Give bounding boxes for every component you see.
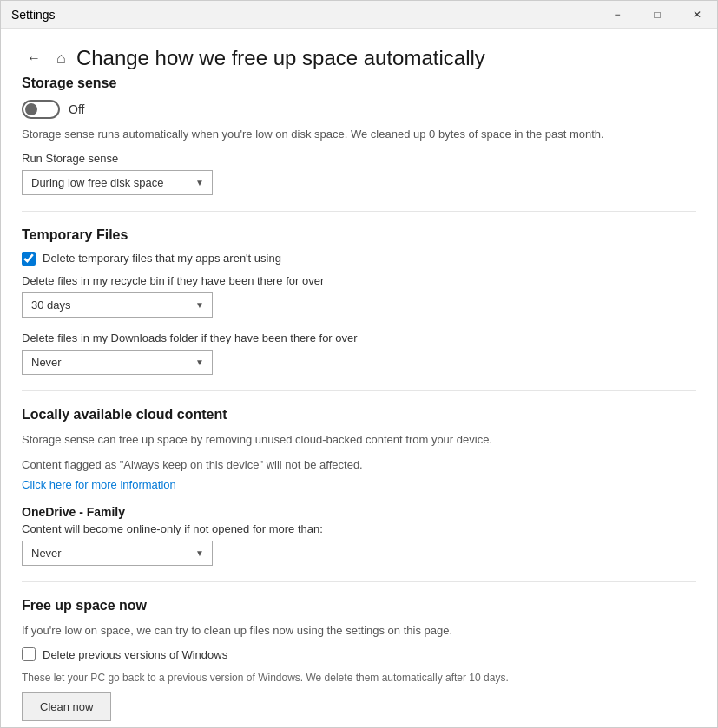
- delete-prev-label[interactable]: Delete previous versions of Windows: [43, 648, 227, 661]
- onedrive-subsection: OneDrive - Family Content will become on…: [22, 505, 696, 566]
- toggle-label: Off: [69, 102, 84, 116]
- more-info-link[interactable]: Click here for more information: [22, 478, 176, 491]
- page-title: Change how we free up space automaticall…: [76, 46, 485, 70]
- onedrive-dropdown[interactable]: Never 1 day 14 days 30 days 60 days ▼: [22, 541, 213, 566]
- downloads-label: Delete files in my Downloads folder if t…: [22, 331, 696, 344]
- maximize-button[interactable]: □: [637, 1, 677, 29]
- titlebar-left: Settings: [11, 8, 56, 22]
- toggle-track[interactable]: [22, 100, 60, 119]
- toggle-thumb: [25, 103, 37, 115]
- recycle-bin-label: Delete files in my recycle bin if they h…: [22, 274, 696, 287]
- cloud-desc-2: Content flagged as "Always keep on this …: [22, 456, 696, 474]
- delete-prev-note: These let your PC go back to a previous …: [22, 670, 696, 685]
- storage-sense-section: Storage sense Off Storage sense runs aut…: [22, 75, 696, 195]
- content-area: ← ⌂ Change how we free up space automati…: [1, 29, 717, 727]
- divider-1: [22, 211, 696, 212]
- run-label: Run Storage sense: [22, 152, 696, 165]
- temporary-files-section: Temporary Files Delete temporary files t…: [22, 227, 696, 375]
- divider-2: [22, 390, 696, 391]
- storage-sense-toggle[interactable]: [22, 100, 60, 119]
- cloud-content-title: Locally available cloud content: [22, 407, 696, 423]
- titlebar-title: Settings: [11, 8, 56, 22]
- temp-files-title: Temporary Files: [22, 227, 696, 243]
- delete-prev-row: Delete previous versions of Windows: [22, 647, 696, 661]
- onedrive-desc: Content will become online-only if not o…: [22, 522, 696, 535]
- titlebar-controls: − □ ✕: [597, 1, 717, 29]
- minimize-button[interactable]: −: [597, 1, 637, 29]
- downloads-dropdown[interactable]: Never 1 day 14 days 30 days 60 days ▼: [22, 350, 213, 375]
- divider-3: [22, 581, 696, 582]
- recycle-bin-dropdown[interactable]: Never 1 day 14 days 30 days 60 days ▼: [22, 292, 213, 318]
- onedrive-title: OneDrive - Family: [22, 505, 696, 519]
- cloud-desc-1: Storage sense can free up space by remov…: [22, 431, 696, 449]
- run-select[interactable]: During low free disk space Every day Eve…: [22, 170, 213, 195]
- delete-temp-label[interactable]: Delete temporary files that my apps aren…: [43, 252, 281, 265]
- run-dropdown[interactable]: During low free disk space Every day Eve…: [22, 170, 213, 195]
- back-button[interactable]: ←: [22, 49, 46, 68]
- delete-temp-checkbox[interactable]: [22, 252, 36, 266]
- page-header: ← ⌂ Change how we free up space automati…: [22, 46, 696, 70]
- delete-prev-checkbox[interactable]: [22, 647, 36, 661]
- toggle-row: Off: [22, 100, 696, 119]
- free-space-desc: If you're low on space, we can try to cl…: [22, 622, 696, 639]
- close-button[interactable]: ✕: [677, 1, 717, 29]
- storage-sense-desc: Storage sense runs automatically when yo…: [22, 126, 696, 143]
- titlebar: Settings − □ ✕: [1, 1, 717, 29]
- storage-sense-title: Storage sense: [22, 75, 696, 91]
- recycle-bin-select[interactable]: Never 1 day 14 days 30 days 60 days: [22, 292, 213, 318]
- settings-window: Settings − □ ✕ ← ⌂ Change how we free up…: [0, 0, 718, 728]
- free-space-section: Free up space now If you're low on space…: [22, 598, 696, 722]
- cloud-content-section: Locally available cloud content Storage …: [22, 407, 696, 566]
- onedrive-select[interactable]: Never 1 day 14 days 30 days 60 days: [22, 541, 213, 566]
- clean-now-button[interactable]: Clean now: [22, 692, 111, 721]
- delete-temp-row: Delete temporary files that my apps aren…: [22, 252, 696, 266]
- downloads-select[interactable]: Never 1 day 14 days 30 days 60 days: [22, 350, 213, 375]
- free-space-title: Free up space now: [22, 598, 696, 613]
- home-icon: ⌂: [56, 49, 66, 68]
